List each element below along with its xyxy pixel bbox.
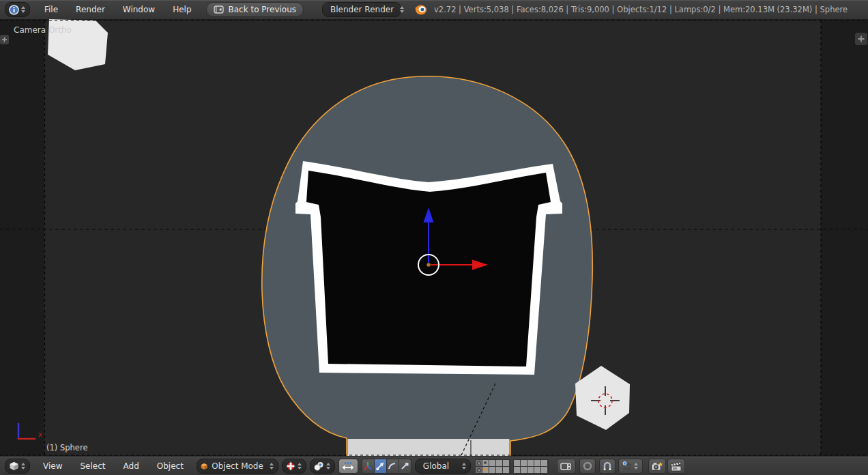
proportional-edit-icon [583, 461, 592, 471]
layer-cell[interactable] [476, 467, 482, 473]
visor-glass[interactable] [306, 171, 551, 366]
scale-icon [400, 461, 409, 471]
menu-select[interactable]: Select [71, 457, 114, 475]
layer-cell[interactable] [503, 460, 510, 467]
view-name-label: Camera Ortho [14, 25, 72, 35]
interaction-mode-spinner[interactable] [270, 463, 274, 470]
editor-type-spinner[interactable] [21, 6, 25, 13]
neck-band[interactable] [348, 439, 510, 456]
layer-cell[interactable] [496, 460, 503, 467]
layer-cell[interactable] [521, 467, 527, 473]
render-camera-icon [651, 461, 663, 472]
editor-type-selector-3dview[interactable] [5, 459, 30, 474]
lock-chain-icon [560, 462, 572, 471]
lock-to-scene-button[interactable] [557, 459, 576, 474]
back-to-previous-label: Back to Previous [229, 5, 297, 14]
menu-help[interactable]: Help [164, 0, 200, 19]
snap-increment-icon [622, 461, 632, 471]
translate-arrow-icon [375, 461, 385, 471]
transform-orientation-value: Global [419, 461, 460, 471]
pivot-point-spinner[interactable] [326, 463, 330, 470]
layer-cell[interactable] [503, 467, 510, 473]
layer-cell[interactable] [482, 467, 489, 473]
menu-window[interactable]: Window [114, 0, 164, 19]
interaction-mode-dropdown[interactable]: Object Mode [197, 459, 278, 474]
toolshelf-expand-button[interactable] [0, 35, 9, 44]
info-header-bar: File Render Window Help Back to Previous… [0, 0, 868, 20]
clapperboard-icon [670, 461, 682, 472]
object-origin-dot [426, 263, 431, 267]
3d-viewport-editor-icon [9, 461, 19, 471]
transform-orientation-spinner[interactable] [462, 463, 466, 470]
layer-cell[interactable] [496, 467, 503, 473]
layer-cell[interactable] [489, 467, 496, 473]
pivot-point-icon [314, 461, 324, 471]
translate-manipulator-button[interactable] [375, 459, 387, 473]
menu-add[interactable]: Add [115, 457, 148, 475]
rotate-arc-icon [388, 461, 397, 471]
render-engine-dropdown[interactable]: Blender Render [322, 2, 401, 17]
layer-cell[interactable] [514, 460, 521, 467]
viewport-shading-dropdown[interactable] [282, 459, 306, 474]
layer-cell[interactable] [534, 460, 541, 467]
layer-cell[interactable] [514, 467, 521, 473]
scale-manipulator-button[interactable] [399, 459, 411, 473]
layer-cell[interactable] [527, 467, 534, 473]
back-arrow-icon [214, 5, 225, 14]
viewport-header-bar: View Select Add Object Object Mode [0, 456, 868, 475]
active-object-label: (1) Sphere [46, 443, 87, 452]
manipulator-widget-icon [342, 461, 354, 471]
axes-icon [363, 461, 373, 471]
viewport-shading-spinner[interactable] [298, 463, 302, 470]
manipulator-axes-button[interactable] [362, 459, 375, 473]
object-mode-cube-icon [201, 462, 207, 471]
layers-block-2 [513, 459, 549, 474]
editor-type-selector[interactable] [5, 2, 30, 17]
layer-cell[interactable] [541, 467, 548, 473]
properties-expand-button[interactable] [855, 33, 867, 45]
render-still-button[interactable] [648, 459, 666, 474]
back-to-previous-button[interactable]: Back to Previous [206, 2, 304, 17]
menu-object[interactable]: Object [148, 457, 192, 475]
layer-cell[interactable] [489, 460, 496, 467]
layer-cell[interactable] [521, 460, 527, 467]
layer-cell[interactable] [476, 460, 482, 467]
render-engine-value: Blender Render [326, 5, 398, 14]
3d-viewport[interactable]: Camera Ortho (1) Sphere x [0, 19, 868, 456]
menu-view[interactable]: View [34, 457, 71, 475]
snap-element-dropdown[interactable] [618, 459, 643, 474]
render-animation-button[interactable] [667, 459, 685, 474]
transform-orientation-dropdown[interactable]: Global [415, 459, 471, 474]
proportional-edit-dropdown[interactable] [579, 459, 596, 474]
rotate-manipulator-button[interactable] [387, 459, 399, 473]
manipulator-toggle-button[interactable] [338, 459, 358, 474]
render-engine-spinner[interactable] [400, 6, 404, 13]
gizmo-x-axis-label: x [38, 431, 42, 438]
info-editor-icon [9, 5, 19, 15]
menu-file[interactable]: File [35, 0, 67, 19]
layer-cell[interactable] [527, 460, 534, 467]
scene-stats-text: v2.72 | Verts:5,038 | Faces:8,026 | Tris… [434, 5, 848, 14]
blender-logo-icon [414, 3, 427, 16]
editor-type-spinner[interactable] [21, 463, 25, 470]
pivot-point-dropdown[interactable] [310, 459, 335, 474]
snap-toggle-button[interactable] [599, 459, 616, 474]
snap-element-spinner[interactable] [634, 463, 638, 470]
layer-cell[interactable] [541, 460, 548, 467]
layer-cell[interactable] [534, 467, 541, 473]
magnet-icon [603, 461, 612, 471]
interaction-mode-value: Object Mode [207, 461, 267, 471]
viewport-shading-icon [286, 461, 295, 471]
menu-render[interactable]: Render [67, 0, 114, 19]
layers-block-1 [475, 459, 510, 474]
manipulator-type-group [362, 459, 411, 474]
layer-cell[interactable] [482, 460, 489, 467]
